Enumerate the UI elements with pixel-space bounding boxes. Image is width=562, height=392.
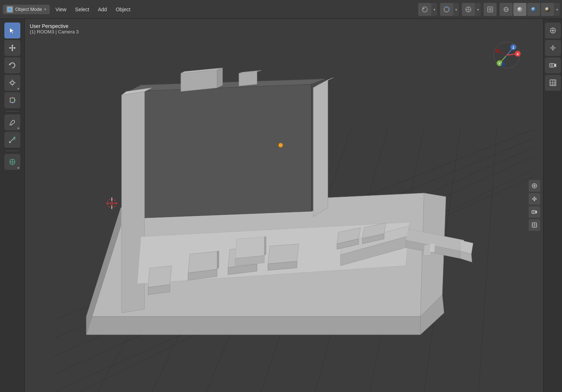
rendered-shading[interactable] [541,3,554,16]
perspective-label: User Perspective [30,23,79,29]
solid-shading[interactable] [513,3,526,16]
svg-point-97 [278,143,283,147]
svg-marker-22 [9,64,11,65]
svg-rect-36 [13,137,15,140]
svg-marker-78 [268,244,299,264]
svg-point-3 [423,8,424,9]
orthographic-view-btn[interactable] [529,219,540,231]
viewport-display[interactable] [484,3,497,16]
svg-marker-56 [86,317,420,335]
svg-marker-84 [264,237,266,256]
move-tool-btn[interactable] [4,40,20,56]
viewport-label: User Perspective (1) ROOM3 | Camera 3 [30,23,79,34]
svg-text:Y: Y [498,62,501,65]
svg-marker-68 [239,72,257,86]
svg-marker-19 [11,50,13,51]
viewport-shading-dropdown[interactable]: ▾ [431,3,437,16]
svg-point-124 [533,211,534,213]
scene-info-label: (1) ROOM3 | Camera 3 [30,29,79,34]
top-right-icons: ▾ ▾ ▾ [418,0,562,19]
svg-line-32 [9,124,10,125]
menu-view[interactable]: View [51,4,71,15]
svg-rect-23 [11,81,14,84]
svg-point-13 [517,7,522,12]
measure-tool-btn[interactable] [4,132,20,148]
select-tool-btn[interactable] [4,23,20,38]
svg-point-2 [422,7,427,12]
overlay-dropdown[interactable]: ▾ [453,3,459,16]
material-shading[interactable] [527,3,540,16]
svg-marker-80 [148,266,172,287]
svg-rect-28 [10,98,15,102]
svg-rect-9 [489,8,492,11]
scale-tool-btn[interactable] [4,75,20,91]
svg-text:X: X [517,52,519,56]
svg-rect-135 [550,80,556,86]
axis-gizmo[interactable]: Z X Y [492,41,521,70]
camera-sidebar-btn[interactable] [545,57,561,73]
svg-point-117 [501,62,505,67]
transform-tool-btn[interactable] [4,92,20,108]
menu-object[interactable]: Object [111,4,135,15]
toolbar-separator-2 [6,151,19,151]
gizmo-dropdown[interactable]: ▾ [475,3,481,16]
svg-marker-67 [217,68,223,88]
add-primitive-btn[interactable] [4,154,20,170]
annotate-tool-btn[interactable] [4,114,20,130]
menu-add[interactable]: Add [94,4,111,15]
svg-rect-92 [429,243,435,252]
svg-point-131 [552,47,554,49]
svg-point-15 [545,7,550,12]
mode-icon [7,6,13,13]
rotate-tool-btn[interactable] [4,57,20,73]
viewport-right-mini-tools [529,180,540,231]
mode-label: Object Mode [15,7,42,12]
svg-marker-75 [217,251,219,269]
left-toolbar [0,19,25,392]
overlay-btn[interactable] [440,3,453,16]
svg-rect-121 [533,198,535,200]
toolbar-separator-1 [6,111,19,111]
svg-marker-20 [9,47,11,49]
svg-marker-133 [554,64,556,67]
svg-text:Z: Z [512,46,514,49]
svg-point-134 [551,65,553,66]
wireframe-shading[interactable] [500,3,513,16]
camera-view-btn[interactable] [529,206,540,218]
mode-selector[interactable]: Object Mode ▾ [3,5,50,14]
svg-rect-132 [550,64,554,67]
mode-dropdown-arrow: ▾ [44,7,46,11]
zoom-in-sidebar-btn[interactable] [545,23,561,38]
svg-rect-1 [8,8,11,11]
svg-point-115 [495,49,500,53]
svg-marker-65 [181,70,217,91]
pan-sidebar-btn[interactable] [545,40,561,56]
svg-marker-82 [235,237,266,258]
zoom-in-btn[interactable] [529,180,540,192]
right-sidebar [543,19,562,392]
svg-marker-60 [128,84,311,219]
grid-sidebar-btn[interactable] [545,75,561,91]
viewport-3d[interactable]: User Perspective (1) ROOM3 | Camera 3 Z … [25,19,543,392]
gizmo-btn[interactable] [462,3,475,16]
pan-btn[interactable] [529,193,540,205]
svg-marker-18 [11,45,13,46]
viewport-shading-rendered[interactable] [418,3,431,16]
svg-point-14 [531,7,536,12]
svg-rect-122 [532,211,535,213]
svg-marker-21 [14,47,16,49]
3d-scene [25,19,543,392]
shading-options-dropdown[interactable]: ▾ [554,3,560,16]
svg-marker-70 [313,80,328,217]
top-menu-bar: Object Mode ▾ View Select Add Object ▾ ▾ [0,0,562,19]
menu-select[interactable]: Select [71,4,94,15]
